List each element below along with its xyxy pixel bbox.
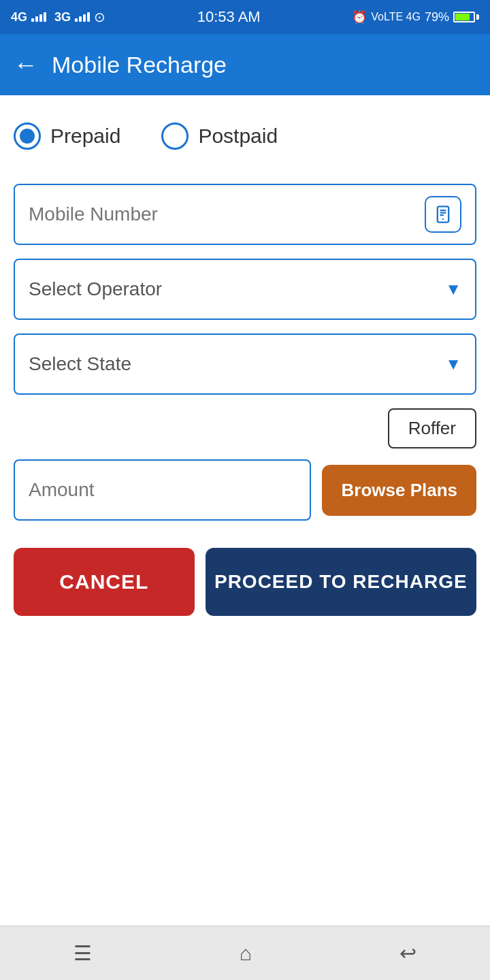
postpaid-label: Postpaid bbox=[198, 125, 278, 148]
status-time: 10:53 AM bbox=[197, 8, 261, 26]
battery-icon bbox=[453, 12, 479, 22]
volte-text: VoLTE 4G bbox=[371, 11, 421, 23]
postpaid-option[interactable]: Postpaid bbox=[161, 122, 278, 150]
prepaid-option[interactable]: Prepaid bbox=[14, 122, 120, 150]
state-select-label: Select State bbox=[29, 353, 445, 375]
bottom-nav: ☰ ⌂ ↩ bbox=[0, 926, 490, 980]
roffer-row: Roffer bbox=[14, 408, 476, 448]
amount-input-wrapper bbox=[14, 459, 311, 521]
main-content: Prepaid Postpaid Select Operator ▼ Selec… bbox=[0, 95, 490, 926]
alarm-icon: ⏰ bbox=[352, 10, 367, 24]
signal-3g: 3G bbox=[54, 10, 71, 24]
amount-input[interactable] bbox=[29, 479, 296, 501]
back-button[interactable]: ← bbox=[14, 52, 38, 77]
app-header: ← Mobile Recharge bbox=[0, 34, 490, 95]
state-chevron-icon: ▼ bbox=[445, 355, 461, 374]
status-bar: 4G 3G ⊙ 10:53 AM ⏰ VoLTE 4G 79% bbox=[0, 0, 490, 34]
signal-4g: 4G bbox=[11, 10, 27, 24]
browse-plans-button[interactable]: Browse Plans bbox=[322, 465, 476, 516]
mobile-number-input[interactable] bbox=[29, 203, 425, 225]
phone-contacts-icon[interactable] bbox=[425, 196, 461, 233]
page-title: Mobile Recharge bbox=[52, 52, 227, 78]
prepaid-label: Prepaid bbox=[50, 125, 120, 148]
cancel-button[interactable]: CANCEL bbox=[14, 548, 195, 616]
postpaid-radio[interactable] bbox=[161, 122, 189, 150]
signal-bars-4g bbox=[31, 12, 46, 22]
state-select[interactable]: Select State ▼ bbox=[14, 333, 476, 395]
plan-type-radio-group: Prepaid Postpaid bbox=[14, 116, 476, 157]
signal-bars-3g bbox=[75, 12, 90, 22]
prepaid-radio[interactable] bbox=[14, 122, 41, 150]
battery-percent: 79% bbox=[425, 10, 449, 24]
home-icon[interactable]: ⌂ bbox=[240, 942, 252, 965]
amount-row: Browse Plans bbox=[14, 459, 476, 521]
operator-chevron-icon: ▼ bbox=[445, 280, 461, 299]
action-buttons: CANCEL PROCEED TO RECHARGE bbox=[14, 548, 476, 616]
operator-select[interactable]: Select Operator ▼ bbox=[14, 259, 476, 320]
status-right: ⏰ VoLTE 4G 79% bbox=[352, 10, 479, 24]
mobile-number-wrapper bbox=[14, 184, 476, 245]
roffer-button[interactable]: Roffer bbox=[388, 408, 476, 448]
back-nav-icon[interactable]: ↩ bbox=[399, 941, 416, 965]
operator-select-label: Select Operator bbox=[29, 278, 445, 300]
wifi-icon: ⊙ bbox=[94, 9, 105, 25]
status-left: 4G 3G ⊙ bbox=[11, 9, 105, 25]
menu-icon[interactable]: ☰ bbox=[74, 941, 92, 965]
proceed-to-recharge-button[interactable]: PROCEED TO RECHARGE bbox=[206, 548, 476, 616]
